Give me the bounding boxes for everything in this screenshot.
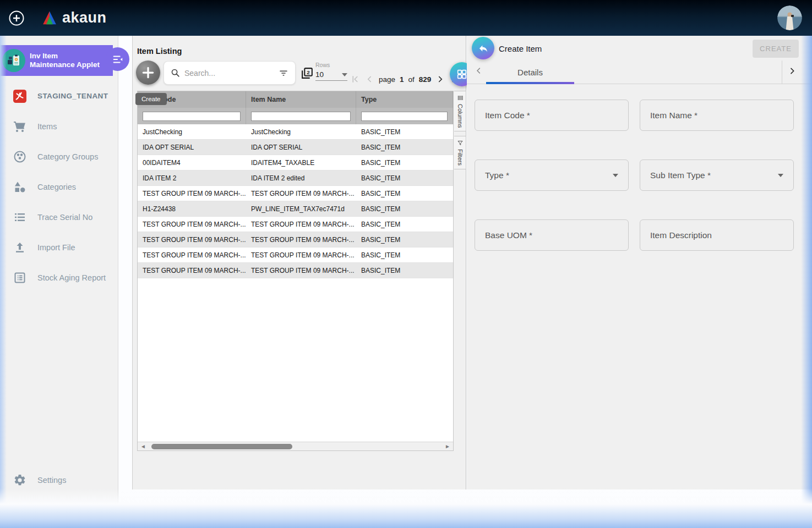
create-button[interactable]: CREATE (753, 40, 799, 58)
scrollbar-track[interactable] (147, 444, 444, 449)
applet-badge[interactable]: Inv Item Maintenance Applet (0, 45, 113, 76)
sidebar-item-label: Settings (37, 476, 66, 485)
columns-tab[interactable]: Columns (454, 91, 466, 131)
cell-item-code: H1-Z24438 (138, 201, 246, 216)
table-row[interactable]: H1-Z24438 PW_LINE_ITEM_TAX7ec7471d BASIC… (138, 201, 453, 217)
table-row[interactable]: TEST GROUP ITEM 09 MARCH-... TEST GROUP … (138, 217, 453, 232)
sidebar-item-label: Personalization (37, 506, 92, 515)
collapse-sidebar-button[interactable] (106, 47, 129, 71)
cell-item-name: TEST GROUP ITEM 09 MARCH-... (246, 217, 356, 232)
user-avatar[interactable] (777, 6, 802, 30)
svg-text:2: 2 (307, 69, 310, 75)
tabs-scroll-left[interactable] (475, 67, 483, 75)
tabs-scroll-right[interactable] (788, 67, 797, 75)
scroll-right-arrow[interactable]: ► (444, 444, 451, 449)
item-code-field[interactable]: Item Code * (475, 100, 629, 131)
table-empty-area (138, 278, 453, 442)
sub-item-type-select[interactable]: Sub Item Type * (640, 160, 794, 191)
top-bar: akaun (0, 0, 812, 36)
table-row[interactable]: IDA ITEM 2 IDA ITEM 2 edited BASIC_ITEM (138, 170, 453, 186)
sidebar-item-personalization[interactable]: Personalization (0, 495, 118, 525)
rows-label: Rows (315, 62, 347, 68)
item-description-label: Item Description (650, 230, 783, 240)
scrollbar-thumb[interactable] (151, 444, 292, 449)
list-icon (13, 211, 26, 224)
back-button[interactable] (472, 37, 494, 59)
report-icon (13, 271, 26, 284)
table-row[interactable]: TEST GROUP ITEM 09 MARCH-... TEST GROUP … (138, 232, 453, 248)
sidebar-item-settings[interactable]: Settings (0, 465, 118, 495)
sidebar-item-label: Items (37, 122, 57, 131)
sidebar-item-items[interactable]: Items (0, 111, 118, 141)
item-name-label: Item Name * (650, 111, 783, 120)
cell-item-name: IDAITEM4_TAXABLE (246, 155, 356, 170)
cell-item-code: IDA OPT SERIAL (138, 140, 246, 155)
create-item-form: Item Code * Item Name * Type * Sub Item … (475, 100, 805, 251)
sidebar-item-categories[interactable]: Categories (0, 172, 118, 202)
sidebar-item-stock-aging-report[interactable]: Stock Aging Report (0, 262, 118, 293)
cell-type: BASIC_ITEM (356, 140, 453, 155)
inventory-clipboard-icon (7, 53, 21, 68)
cell-type: BASIC_ITEM (356, 124, 453, 139)
table-row[interactable]: 00IDAITEM4 IDAITEM4_TAXABLE BASIC_ITEM (138, 155, 453, 170)
search-input[interactable] (184, 69, 274, 78)
horizontal-scrollbar: ◄ ► (138, 442, 453, 450)
cell-item-name: TEST GROUP ITEM 09 MARCH-... (246, 248, 356, 262)
cell-item-name: TEST GROUP ITEM 09 MARCH-... (246, 186, 356, 201)
scroll-left-arrow[interactable]: ◄ (139, 444, 147, 449)
filter-list-icon[interactable] (279, 68, 288, 78)
columns-icon (457, 95, 464, 101)
sidebar-item-label: Stock Aging Report (37, 273, 106, 282)
filter-input-item-name[interactable] (251, 112, 351, 121)
sidebar-item-tenant[interactable]: STAGING_TENANT (0, 81, 118, 111)
prev-page-button[interactable] (363, 73, 375, 85)
base-uom-field[interactable]: Base UOM * (475, 219, 629, 251)
sidebar-item-import-file[interactable]: Import File (0, 232, 118, 262)
table-row[interactable]: TEST GROUP ITEM 09 MARCH-... TEST GROUP … (138, 186, 453, 201)
rows-per-page-select[interactable]: Rows 10 (315, 62, 347, 81)
funnel-icon (457, 140, 464, 146)
cell-type: BASIC_ITEM (356, 248, 453, 262)
filters-tab[interactable]: Filters (454, 136, 466, 169)
filter-input-item-code[interactable] (143, 112, 241, 121)
table-row[interactable]: JustChecking JustChecking BASIC_ITEM (138, 124, 453, 140)
sidebar-item-label: Category Groups (37, 152, 98, 161)
group-work-icon (13, 150, 26, 163)
listing-title: Item Listing (137, 47, 182, 56)
tenant-logo-icon (13, 90, 26, 103)
table-row[interactable]: IDA OPT SERIAL IDA OPT SERIAL BASIC_ITEM (138, 140, 453, 155)
type-select[interactable]: Type * (475, 160, 629, 191)
akaun-logo: akaun (41, 9, 107, 26)
item-name-field[interactable]: Item Name * (640, 100, 794, 131)
tabbar-divider (782, 61, 782, 84)
app-root: akaun (0, 0, 812, 528)
sidebar-nav: STAGING_TENANT Items (0, 81, 118, 293)
columns-tab-label: Columns (457, 104, 464, 128)
item-description-field[interactable]: Item Description (640, 219, 794, 251)
tab-details[interactable]: Details (486, 61, 574, 84)
table-row[interactable]: TEST GROUP ITEM 09 MARCH-... TEST GROUP … (138, 248, 453, 263)
gear-icon (13, 474, 26, 487)
sidebar-item-trace-serial-no[interactable]: Trace Serial No (0, 202, 118, 232)
pagination: page 1 of 829 (349, 73, 461, 85)
column-header-type[interactable]: Type (356, 91, 453, 108)
sub-item-type-label: Sub Item Type * (650, 170, 778, 180)
sidebar-item-label: Trace Serial No (37, 213, 92, 222)
table-side-tabs: Columns Filters (454, 91, 466, 174)
sidebar-item-label: STAGING_TENANT (37, 92, 108, 100)
column-header-item-name[interactable]: Item Name (246, 91, 356, 108)
add-applet-icon[interactable] (7, 9, 26, 28)
create-item-panel: Create Item CREATE Details Item Code * I… (467, 36, 812, 490)
item-code-label: Item Code * (485, 111, 618, 120)
create-item-fab[interactable] (136, 61, 160, 85)
next-page-button[interactable] (434, 73, 446, 85)
cell-item-code: TEST GROUP ITEM 09 MARCH-... (138, 217, 246, 232)
first-page-button[interactable] (349, 73, 361, 85)
sidebar-item-label: Import File (37, 243, 75, 252)
sidebar-item-category-groups[interactable]: Category Groups (0, 141, 118, 172)
filter-input-type[interactable] (361, 112, 448, 121)
active-tab-indicator (486, 82, 574, 84)
grid-icon (456, 68, 468, 80)
pages-count-icon[interactable]: 2 (301, 67, 314, 80)
table-row[interactable]: TEST GROUP ITEM 09 MARCH-... TEST GROUP … (138, 263, 453, 278)
